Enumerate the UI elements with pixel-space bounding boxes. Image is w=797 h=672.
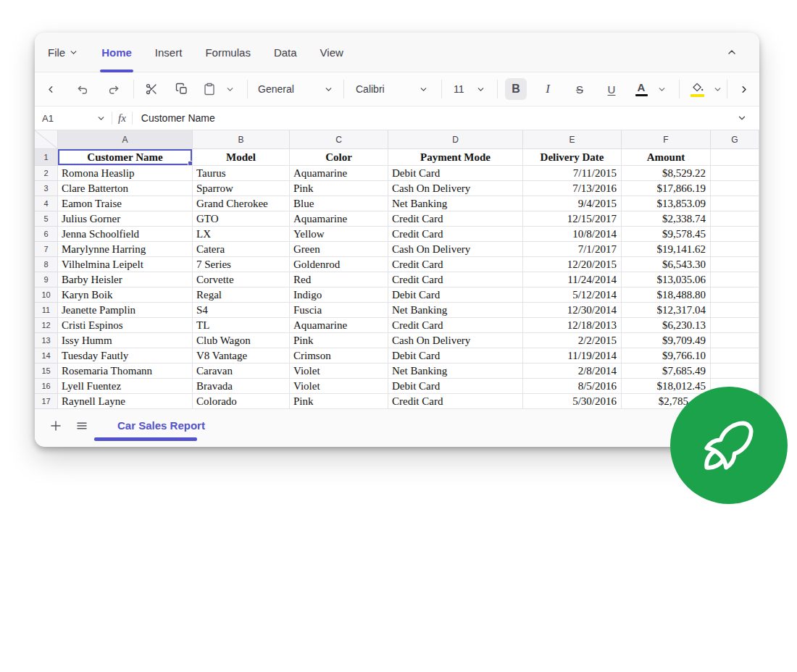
cell[interactable]: Model: [193, 149, 290, 166]
cell[interactable]: V8 Vantage: [193, 348, 290, 364]
cell[interactable]: 12/20/2015: [523, 257, 622, 272]
menu-insert[interactable]: Insert: [155, 33, 183, 72]
menu-home[interactable]: Home: [101, 33, 132, 72]
cell[interactable]: Barby Heisler: [58, 272, 193, 287]
row-number[interactable]: 10: [35, 287, 58, 303]
add-sheet-button[interactable]: [48, 418, 64, 434]
row-number[interactable]: 11: [35, 303, 58, 318]
row-number[interactable]: 5: [35, 211, 58, 227]
cell[interactable]: Caravan: [193, 364, 290, 379]
cell[interactable]: [711, 196, 759, 211]
cell[interactable]: Net Banking: [388, 364, 523, 379]
row-number[interactable]: 6: [35, 227, 58, 242]
row-number[interactable]: 3: [35, 181, 58, 196]
cell[interactable]: 7 Series: [193, 257, 290, 272]
expand-formula-bar-button[interactable]: [733, 107, 751, 129]
cell[interactable]: Goldenrod: [290, 257, 388, 272]
fill-color-dropdown[interactable]: [709, 78, 726, 100]
menu-view[interactable]: View: [320, 33, 343, 72]
cell[interactable]: Cash On Delivery: [388, 333, 523, 348]
cell[interactable]: [711, 333, 759, 348]
cell[interactable]: Jenna Schoolfield: [58, 227, 193, 242]
cell[interactable]: Taurus: [193, 166, 290, 181]
font-size-dropdown[interactable]: 11: [454, 78, 485, 100]
cell[interactable]: [711, 211, 759, 227]
cell[interactable]: 9/4/2015: [523, 196, 622, 211]
cell[interactable]: Eamon Traise: [58, 196, 193, 211]
cell[interactable]: Vilhelmina Leipelt: [58, 257, 193, 272]
cell[interactable]: $18,012.45: [622, 379, 711, 394]
cell[interactable]: [711, 242, 759, 257]
undo-button[interactable]: [74, 78, 91, 100]
paste-options-button[interactable]: [221, 78, 238, 100]
cell[interactable]: $13,853.09: [622, 196, 711, 211]
cell[interactable]: 7/13/2016: [523, 181, 622, 196]
sheet-list-button[interactable]: [74, 418, 90, 434]
cell[interactable]: 10/8/2014: [523, 227, 622, 242]
bold-button[interactable]: B: [505, 78, 527, 100]
cell[interactable]: $17,866.19: [622, 181, 711, 196]
cell[interactable]: 2/8/2014: [523, 364, 622, 379]
cell[interactable]: Karyn Boik: [58, 287, 193, 303]
cell[interactable]: Debit Card: [388, 348, 523, 364]
paste-button[interactable]: [201, 78, 218, 100]
row-number[interactable]: 8: [35, 257, 58, 272]
cell[interactable]: Credit Card: [388, 318, 523, 333]
cell[interactable]: [711, 257, 759, 272]
cell[interactable]: Aquamarine: [290, 318, 388, 333]
strikethrough-button[interactable]: S: [569, 78, 591, 100]
cell[interactable]: Amount: [622, 149, 711, 166]
menu-formulas[interactable]: Formulas: [205, 33, 251, 72]
row-number[interactable]: 15: [35, 364, 58, 379]
cell[interactable]: [711, 272, 759, 287]
formula-input[interactable]: Customer Name: [141, 112, 215, 124]
column-header-E[interactable]: E: [523, 130, 622, 149]
cell[interactable]: Credit Card: [388, 211, 523, 227]
cell[interactable]: Pink: [290, 394, 388, 409]
underline-button[interactable]: U: [601, 78, 622, 100]
cell[interactable]: $18,488.80: [622, 287, 711, 303]
cell[interactable]: Cash On Delivery: [388, 242, 523, 257]
cell[interactable]: $9,578.45: [622, 227, 711, 242]
cell[interactable]: 7/1/2017: [523, 242, 622, 257]
cell[interactable]: Crimson: [290, 348, 388, 364]
collapse-ribbon-button[interactable]: [723, 41, 740, 63]
row-number[interactable]: 14: [35, 348, 58, 364]
cell[interactable]: Pink: [290, 181, 388, 196]
cell[interactable]: $19,141.62: [622, 242, 711, 257]
cell[interactable]: $7,685.49: [622, 364, 711, 379]
cell[interactable]: [711, 364, 759, 379]
cell[interactable]: Yellow: [290, 227, 388, 242]
cell[interactable]: Debit Card: [388, 166, 523, 181]
cell[interactable]: Green: [290, 242, 388, 257]
cell[interactable]: Violet: [290, 379, 388, 394]
cell[interactable]: Rosemaria Thomann: [58, 364, 193, 379]
text-color-dropdown[interactable]: [653, 78, 670, 100]
fill-color-button[interactable]: [688, 78, 706, 100]
cell[interactable]: Grand Cherokee: [193, 196, 290, 211]
cell[interactable]: [711, 149, 759, 166]
cell[interactable]: Colorado: [193, 394, 290, 409]
cell[interactable]: 2/2/2015: [523, 333, 622, 348]
cell[interactable]: Net Banking: [388, 303, 523, 318]
cell[interactable]: 11/19/2014: [523, 348, 622, 364]
cell[interactable]: [711, 303, 759, 318]
cell[interactable]: $12,317.04: [622, 303, 711, 318]
cell[interactable]: 7/11/2015: [523, 166, 622, 181]
redo-button[interactable]: [104, 78, 122, 100]
column-header-C[interactable]: C: [290, 130, 388, 149]
cell[interactable]: TL: [193, 318, 290, 333]
number-format-dropdown[interactable]: General: [258, 78, 333, 100]
cell[interactable]: Sparrow: [193, 181, 290, 196]
row-number[interactable]: 9: [35, 272, 58, 287]
cell[interactable]: $2,338.74: [622, 211, 711, 227]
cell[interactable]: Lyell Fuentez: [58, 379, 193, 394]
cell[interactable]: Regal: [193, 287, 290, 303]
select-all-corner[interactable]: [35, 130, 58, 149]
copy-button[interactable]: [173, 78, 191, 100]
row-number[interactable]: 4: [35, 196, 58, 211]
font-family-dropdown[interactable]: Calibri: [356, 78, 428, 100]
cell[interactable]: Customer Name: [58, 149, 193, 166]
cell[interactable]: Issy Humm: [58, 333, 193, 348]
cell[interactable]: LX: [193, 227, 290, 242]
